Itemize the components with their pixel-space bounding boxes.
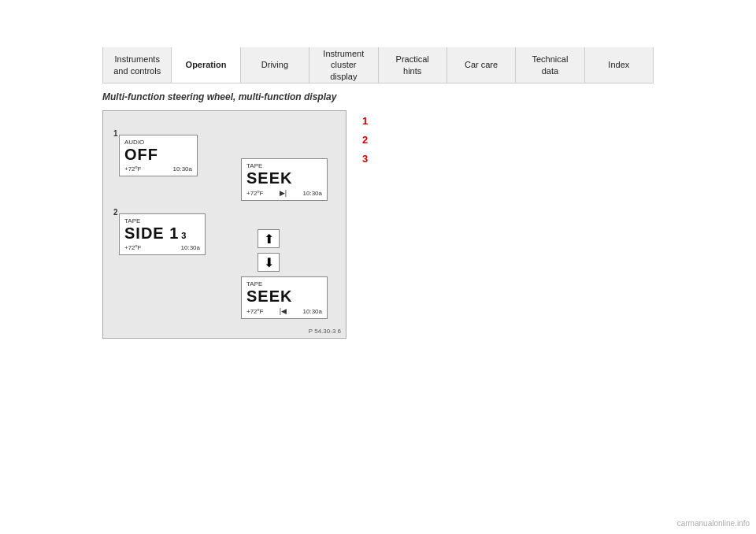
box2-source: TAPE xyxy=(124,217,200,224)
box3-bottom-source: TAPE xyxy=(246,280,322,287)
box3-bottom-arrow: |◀ xyxy=(280,307,287,315)
box3-top-temp: +72ºF xyxy=(246,190,263,197)
box3-top-arrow: ▶| xyxy=(280,189,287,197)
box3-top-bottom: +72ºF ▶| 10:30a xyxy=(246,189,322,197)
nav-driving[interactable]: Driving xyxy=(241,47,309,83)
box3-top-main: SEEK xyxy=(246,169,322,187)
box2-temp: +72ºF xyxy=(124,244,141,251)
display-box-3-bottom: TAPE SEEK +72ºF |◀ 10:30a xyxy=(241,276,328,319)
nav-technical-data[interactable]: Technical data xyxy=(516,47,584,83)
watermark: carmanualonline.info xyxy=(677,519,750,528)
display-box-2: 2 TAPE SIDE 1 3 +72ºF 10:30a xyxy=(119,213,206,255)
box3-top-time: 10:30a xyxy=(303,190,322,197)
down-arrow-button[interactable]: ⬇ xyxy=(258,253,280,272)
nav-operation[interactable]: Operation xyxy=(172,47,240,83)
box2-main: SIDE 1 xyxy=(124,224,179,243)
note-2: 2 xyxy=(362,133,654,147)
content-area: Multi-function steering wheel, multi-fun… xyxy=(102,91,654,339)
note-3-number: 3 xyxy=(362,152,376,166)
box2-bottom: +72ºF 10:30a xyxy=(124,244,200,251)
diagram-ref: P 54.30-3 6 xyxy=(309,328,341,335)
display-box-3-top: TAPE SEEK +72ºF ▶| 10:30a xyxy=(241,158,328,201)
up-arrow-icon: ⬆ xyxy=(264,232,274,247)
page-subtitle: Multi-function steering wheel, multi-fun… xyxy=(102,91,654,102)
box2-sub-number: 3 xyxy=(181,231,186,240)
note-1-number: 1 xyxy=(362,114,376,128)
side-notes: 1 2 3 xyxy=(362,110,654,339)
nav-cluster-display[interactable]: Instrument cluster display xyxy=(309,47,378,83)
box1-source: AUDIO xyxy=(124,139,192,146)
box1-temp: +72ºF xyxy=(124,165,141,172)
box3-bottom-time: 10:30a xyxy=(303,308,322,315)
box1-main: OFF xyxy=(124,146,192,164)
note-1: 1 xyxy=(362,114,654,128)
down-arrow-icon: ⬇ xyxy=(264,255,274,270)
nav-car-care[interactable]: Car care xyxy=(447,47,516,83)
main-layout: 1 AUDIO OFF +72ºF 10:30a 2 TAPE SIDE 1 3… xyxy=(102,110,654,339)
box3-bottom-temp: +72ºF xyxy=(246,308,263,315)
box3-top-source: TAPE xyxy=(246,162,322,169)
display-box-1: 1 AUDIO OFF +72ºF 10:30a xyxy=(119,135,198,176)
box1-bottom: +72ºF 10:30a xyxy=(124,165,192,172)
box2-number: 2 xyxy=(113,208,118,217)
box3-bottom-bottom: +72ºF |◀ 10:30a xyxy=(246,307,322,315)
box2-time: 10:30a xyxy=(181,244,200,251)
nav-index[interactable]: Index xyxy=(585,47,654,83)
nav-instruments[interactable]: Instruments and controls xyxy=(102,47,172,83)
note-3: 3 xyxy=(362,152,654,166)
diagram-container: 1 AUDIO OFF +72ºF 10:30a 2 TAPE SIDE 1 3… xyxy=(102,110,346,339)
box1-number: 1 xyxy=(113,129,118,138)
navigation-bar: Instruments and controls Operation Drivi… xyxy=(102,47,654,83)
note-2-number: 2 xyxy=(362,133,376,147)
box3-bottom-main: SEEK xyxy=(246,287,322,306)
nav-practical-hints[interactable]: Practical hints xyxy=(379,47,447,83)
box1-time: 10:30a xyxy=(173,165,192,172)
up-arrow-button[interactable]: ⬆ xyxy=(258,229,280,248)
